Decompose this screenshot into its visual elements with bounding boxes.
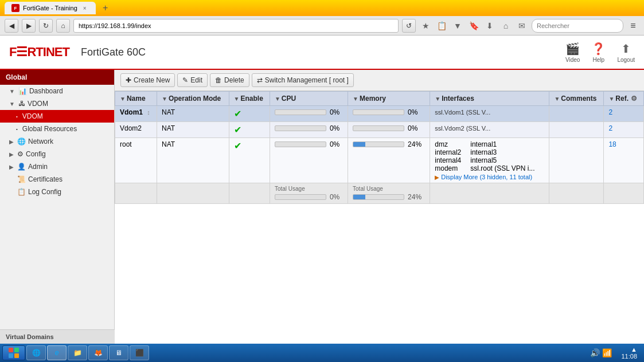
cell-comments (549, 106, 604, 122)
menu-button[interactable]: ≡ (627, 19, 639, 32)
filter-icon-cpu: ▼ (275, 96, 280, 102)
home2-icon[interactable]: ⌂ (499, 19, 512, 32)
expand-icon: ▶ (9, 139, 14, 145)
sidebar-item-certificates[interactable]: ▶ 📜 Certificates (0, 173, 114, 186)
vdom-icon: 🖧 (18, 100, 25, 108)
total-label-col1 (115, 183, 157, 204)
taskbar-item-cmd[interactable]: ⬛ (130, 345, 149, 360)
ref-link[interactable]: 2 (608, 108, 612, 116)
total-col7 (604, 183, 644, 204)
table-header-row: ▼Name ▼Operation Mode ▼Enable ▼CPU ▼Memo… (115, 92, 644, 106)
table-row[interactable]: Vdom1 ↕ NAT ✔ 0% (115, 106, 644, 122)
switch-management-button[interactable]: ⇄ Switch Management [ root ] (252, 73, 354, 87)
cell-memory: 24% (348, 138, 430, 183)
delete-button[interactable]: 🗑 Delete (210, 73, 249, 87)
enable-status-icon: ✔ (234, 125, 241, 135)
cell-operation-mode: NAT (157, 106, 229, 122)
cell-memory: 0% (348, 106, 430, 122)
filter-icon-ref: ▼ (608, 96, 614, 102)
gear-icon[interactable]: ⚙ (631, 95, 637, 103)
col-cpu[interactable]: ▼CPU (270, 92, 348, 106)
sidebar-item-dashboard[interactable]: ▼ 📊 Dashboard (0, 85, 114, 97)
edit-icon: ✎ (182, 76, 188, 84)
taskbar-item-explorer[interactable]: 🌐 (26, 345, 46, 360)
sidebar-item-global-resources[interactable]: • Global Resources (0, 123, 114, 135)
total-cpu: Total Usage 0% (270, 183, 348, 204)
table-row[interactable]: root NAT ✔ 0% 24% (115, 138, 644, 183)
display-more-arrow-icon: ▶ (435, 174, 439, 180)
app-title: FortiGate 60C (81, 46, 554, 58)
address-bar[interactable] (73, 19, 399, 33)
reload-button[interactable]: ↺ (402, 19, 416, 33)
download-icon[interactable]: ⬇ (483, 19, 496, 32)
sidebar-item-log-config[interactable]: ▶ 📋 Log Config (0, 186, 114, 198)
help-icon: ❓ (591, 42, 606, 56)
taskbar-clock: ▲ 11:08 (616, 346, 642, 360)
filter-icon-comments: ▼ (554, 96, 560, 102)
start-button[interactable] (2, 345, 25, 360)
table-row[interactable]: Vdom2 NAT ✔ 0% 0% (115, 122, 644, 138)
video-button[interactable]: 🎬 Video (565, 42, 580, 63)
tab-close-button[interactable]: × (81, 4, 89, 12)
edit-button[interactable]: ✎ Edit (177, 73, 208, 87)
col-ref[interactable]: ▼Ref.⚙ (604, 92, 644, 106)
expand-icon: ▼ (9, 101, 15, 107)
total-col5 (430, 183, 549, 204)
ref-link[interactable]: 18 (608, 140, 616, 148)
switch-icon: ⇄ (257, 76, 263, 84)
sidebar-item-vdom-parent[interactable]: ▼ 🖧 VDOM (0, 97, 114, 110)
col-enable[interactable]: ▼Enable (229, 92, 270, 106)
display-more-link[interactable]: ▶ Display More (3 hidden, 11 total) (435, 174, 544, 180)
help-button[interactable]: ❓ Help (591, 42, 606, 63)
logo-text: F☰RTINET (9, 45, 69, 60)
sidebar-item-admin[interactable]: ▶ 👤 Admin (0, 160, 114, 173)
new-tab-button[interactable]: + (99, 2, 112, 14)
content-area: ✚ Create New ✎ Edit 🗑 Delete ⇄ Switch Ma… (115, 70, 644, 344)
firefox-icon: 🦊 (93, 348, 103, 357)
create-icon: ✚ (126, 76, 131, 84)
cell-interfaces: dmz internal2 internal4 modem internal1 … (430, 138, 549, 183)
sidebar-item-vdom[interactable]: • VDOM (0, 110, 114, 123)
dropdown-icon[interactable]: ▼ (451, 19, 464, 32)
tab-title: FortiGate - Training (23, 5, 77, 11)
cell-ref: 2 (604, 122, 644, 138)
logout-button[interactable]: ⬆ Logout (617, 42, 635, 63)
sidebar: Global ▼ 📊 Dashboard ▼ 🖧 VDOM • VDOM • G… (0, 70, 115, 344)
sidebar-item-config[interactable]: ▶ ⚙ Config (0, 148, 114, 160)
ref-link[interactable]: 2 (608, 124, 612, 132)
home-button[interactable]: ⌂ (56, 19, 70, 33)
cell-enable: ✔ (229, 122, 270, 138)
taskbar-item-vm[interactable]: 🖥 (109, 345, 128, 360)
browser-titlebar: F FortiGate - Training × + (0, 0, 644, 16)
table-total-row: Total Usage 0% Total Usage 24% (115, 183, 644, 204)
col-name[interactable]: ▼Name (115, 92, 157, 106)
col-interfaces[interactable]: ▼Interfaces (430, 92, 549, 106)
cell-interfaces: ssl.Vdom2 (SSL V... (430, 122, 549, 138)
bookmark-icon[interactable]: 🔖 (467, 19, 480, 32)
taskbar-item-firefox[interactable]: 🦊 (88, 345, 108, 360)
taskbar-item-ie[interactable]: e (47, 345, 67, 360)
cmd-icon: ⬛ (135, 348, 144, 357)
taskbar-item-files[interactable]: 📁 (68, 345, 87, 360)
sidebar-item-network[interactable]: ▶ 🌐 Network (0, 135, 114, 148)
bookmark-star-icon[interactable]: ★ (419, 19, 432, 32)
vm-icon: 🖥 (114, 348, 123, 357)
col-operation-mode[interactable]: ▼Operation Mode (157, 92, 229, 106)
search-input[interactable] (532, 19, 623, 33)
col-comments[interactable]: ▼Comments (549, 92, 604, 106)
col-memory[interactable]: ▼Memory (348, 92, 430, 106)
cell-enable: ✔ (229, 106, 270, 122)
app-header: F☰RTINET FortiGate 60C 🎬 Video ❓ Help ⬆ … (0, 36, 644, 70)
logout-icon: ⬆ (621, 42, 631, 56)
create-new-button[interactable]: ✚ Create New (120, 73, 175, 87)
network-icon: 🌐 (17, 137, 26, 145)
clipboard-icon: 📋 (435, 19, 448, 32)
refresh-button[interactable]: ↻ (39, 19, 53, 33)
forward-button[interactable]: ▶ (22, 19, 36, 33)
vdom-table: ▼Name ▼Operation Mode ▼Enable ▼CPU ▼Memo… (115, 91, 644, 204)
cell-memory: 0% (348, 122, 430, 138)
browser-tab-active[interactable]: F FortiGate - Training × (5, 2, 96, 14)
back-button[interactable]: ◀ (5, 19, 18, 33)
interfaces-col2: internal1 internal3 internal5 ssl.root (… (470, 140, 534, 172)
mail-icon[interactable]: ✉ (516, 19, 528, 32)
